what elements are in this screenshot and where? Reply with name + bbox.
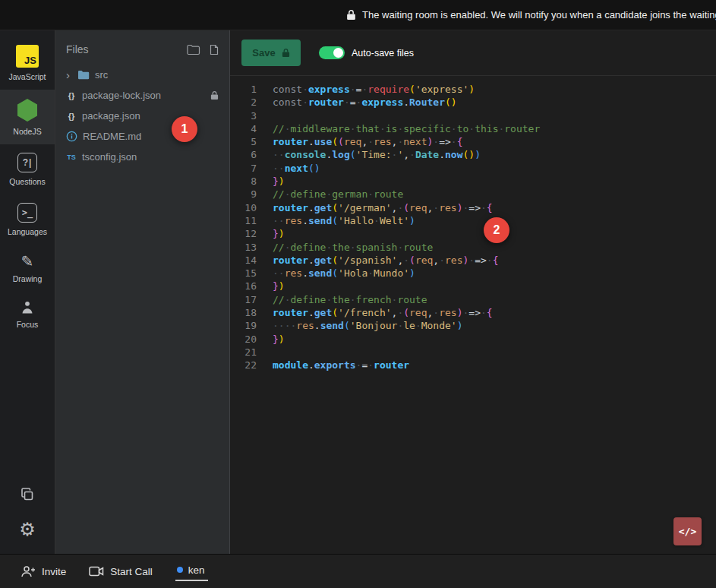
code-line-8: }) [273, 175, 540, 188]
nodejs-icon [16, 98, 39, 122]
file-label: src [95, 69, 108, 81]
folder-icon [77, 70, 90, 80]
drawing-pencil-icon: ✎ [21, 253, 34, 270]
code-line-5: router.use((req,·res,·next)·=>·{ [273, 135, 540, 148]
file-label: tsconfig.json [82, 151, 137, 163]
sidebar-item-label: Drawing [13, 274, 43, 283]
code-line-6: ··console.log('Time:·',·Date.now()) [273, 148, 540, 161]
code-line-16: }) [273, 280, 540, 292]
files-header: Files [55, 30, 229, 65]
sidebar-item-label: Focus [17, 320, 39, 329]
code-glyph: </> [679, 526, 696, 537]
sidebar-nav: JSJavaScriptNodeJS?|Questions>_Languages… [0, 36, 55, 337]
sidebar-item-questions[interactable]: ?|Questions [0, 144, 55, 194]
json-braces-icon: {} [66, 112, 77, 121]
sidebar-item-label: JavaScript [8, 72, 46, 81]
code-editor[interactable]: 12345678910111213141516171819202122 cons… [230, 76, 716, 372]
toggle-knob [333, 48, 343, 58]
autosave-toggle[interactable] [319, 46, 345, 59]
code-line-1: const·express·=·require('express') [273, 83, 540, 96]
invite-person-icon [21, 565, 36, 577]
file-label: package-lock.json [82, 90, 161, 101]
code-line-2: const·router·=·express.Router() [273, 96, 540, 109]
code-line-21 [273, 346, 540, 359]
user-presence-dot [177, 567, 183, 573]
code-line-17: //·define·the·french·route [273, 293, 540, 306]
file-item-src[interactable]: ›src [55, 65, 229, 85]
video-camera-icon [89, 566, 104, 577]
code-line-20: }) [273, 333, 540, 346]
annotation-badge-1: 1 [172, 116, 197, 142]
gear-icon: ⚙ [19, 520, 36, 539]
user-name: ken [188, 564, 205, 576]
code-line-22: module.exports·=·router [273, 359, 540, 371]
sidebar-item-focus[interactable]: Focus [0, 292, 55, 337]
start-call-button[interactable]: Start Call [89, 566, 153, 577]
app-frame: JSJavaScriptNodeJS?|Questions>_Languages… [0, 30, 716, 554]
copy-icon [20, 487, 35, 502]
invite-label: Invite [42, 566, 66, 577]
copy-button[interactable] [20, 487, 35, 502]
gutter: 12345678910111213141516171819202122 [230, 83, 257, 372]
bottom-bar: Invite Start Call ken [0, 554, 716, 588]
sidebar-item-label: Questions [9, 177, 45, 186]
code-line-18: router.get('/french',·(req,·res)·=>·{ [273, 306, 540, 319]
files-panel: Files ›src{}package-lock.json{}package.j… [55, 30, 230, 554]
files-actions [187, 44, 219, 55]
lock-icon [346, 9, 356, 21]
sidebar-item-label: NodeJS [13, 127, 41, 136]
code-line-14: router.get('/spanish',·(req,·res)·=>·{ [273, 254, 540, 267]
info-icon [66, 131, 77, 142]
code-line-9: //·define·german·route [273, 188, 540, 201]
file-label: package.json [82, 110, 140, 122]
chevron-right-icon: › [66, 70, 72, 81]
languages-terminal-icon: >_ [17, 203, 37, 223]
sidebar-item-nodejs[interactable]: NodeJS [0, 90, 55, 144]
save-label: Save [252, 47, 275, 58]
sidebar-bottom: ⚙ [19, 487, 36, 554]
waiting-room-text: The waiting room is enabled. We will not… [362, 9, 716, 21]
user-chip: ken [175, 562, 208, 581]
new-file-button[interactable] [210, 44, 219, 55]
code-line-15: ··res.send('Hola·Mundo') [273, 267, 540, 280]
save-button[interactable]: Save [241, 40, 301, 66]
code-output-button[interactable]: </> [673, 517, 702, 545]
code-line-10: router.get('/german',·(req,·res)·=>·{ [273, 201, 540, 214]
sidebar-item-languages[interactable]: >_Languages [0, 194, 55, 245]
annotation-badge-2: 2 [484, 217, 509, 243]
file-list: ›src{}package-lock.json{}package.jsonREA… [55, 65, 229, 167]
waiting-room-banner: The waiting room is enabled. We will not… [0, 0, 716, 30]
file-item-package-lock.json[interactable]: {}package-lock.json [55, 85, 229, 106]
javascript-icon: JS [16, 45, 39, 68]
sidebar-item-label: Languages [8, 227, 47, 236]
file-item-tsconfig.json[interactable]: TStsconfig.json [55, 147, 229, 167]
autosave-label: Auto-save files [352, 48, 414, 58]
autosave-control: Auto-save files [319, 46, 414, 59]
json-braces-icon: {} [66, 91, 77, 100]
invite-button[interactable]: Invite [21, 565, 66, 577]
questions-icon: ?| [17, 153, 37, 172]
new-folder-button[interactable] [187, 44, 200, 55]
file-label: README.md [83, 131, 141, 142]
files-title: Files [66, 43, 89, 55]
code-line-19: ····res.send('Bonjour·le·Monde') [273, 319, 540, 332]
save-lock-icon [282, 48, 290, 58]
focus-person-icon [20, 300, 35, 315]
editor-toolbar: Save Auto-save files [230, 30, 716, 76]
file-item-package.json[interactable]: {}package.json [55, 106, 229, 126]
file-item-README.md[interactable]: README.md [55, 126, 229, 147]
settings-button[interactable]: ⚙ [19, 520, 36, 539]
typescript-icon: TS [66, 153, 77, 161]
user-tab-ken[interactable]: ken [175, 562, 208, 581]
code-line-3 [273, 109, 540, 122]
sidebar-item-drawing[interactable]: ✎Drawing [0, 245, 55, 292]
code-line-4: //·middleware·that·is·specific·to·this·r… [273, 122, 540, 135]
editor-pane: Save Auto-save files 1234567891011121314… [230, 30, 716, 554]
start-call-label: Start Call [110, 566, 153, 577]
sidebar: JSJavaScriptNodeJS?|Questions>_Languages… [0, 30, 55, 554]
lock-icon [210, 90, 219, 100]
sidebar-item-javascript[interactable]: JSJavaScript [0, 36, 55, 90]
code-line-7: ··next() [273, 162, 540, 175]
